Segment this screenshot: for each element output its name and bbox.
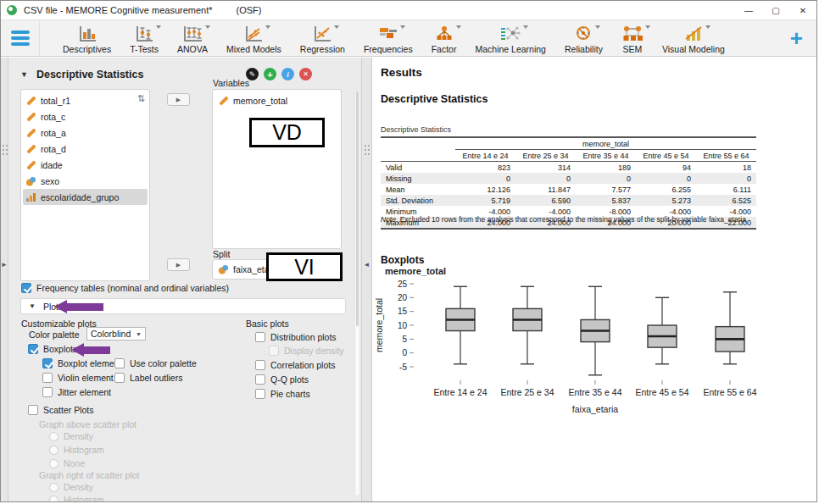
boxplot-chart: memore_totalmemore_total2520151050-5Entr… — [375, 264, 773, 421]
option-label: Histogram — [64, 445, 104, 455]
toolbar-module-sem[interactable]: SEM — [612, 22, 653, 55]
toolbar-module-factor[interactable]: Factor — [422, 22, 466, 55]
move-to-split-button[interactable]: ▶ — [167, 258, 190, 271]
scatter-group2-label: Graph right of scatter plot — [39, 470, 139, 480]
display-density-option: Display density — [269, 346, 344, 356]
svg-text:5: 5 — [402, 335, 407, 344]
menu-caret-icon — [645, 25, 650, 29]
checkbox-icon[interactable] — [255, 389, 265, 399]
variable-item[interactable]: rota_d — [23, 141, 148, 157]
collapse-analysis-icon[interactable]: ▼ — [20, 70, 28, 79]
remove-analysis-icon[interactable]: ✕ — [299, 68, 312, 80]
move-to-variables-button[interactable]: ▶ — [167, 93, 190, 106]
toolbar-module-descriptives[interactable]: Descriptives — [53, 22, 120, 55]
annotation-vi: VI — [266, 252, 343, 281]
table-row: Std. Deviation 5.719 6.590 5.837 5.273 6… — [381, 195, 756, 206]
svg-text:15: 15 — [398, 307, 408, 316]
frequencies-icon — [378, 25, 398, 43]
factor-icon — [434, 25, 454, 43]
toolbar-module-t-tests[interactable]: T-Tests — [120, 22, 168, 55]
variable-name: rota_d — [41, 144, 66, 154]
svg-text:Entre 14 e 24: Entre 14 e 24 — [433, 387, 487, 397]
variables-box-label: Variables — [213, 78, 249, 88]
checkbox-icon[interactable] — [28, 405, 38, 415]
color-palette-dropdown[interactable]: Colorblind ▼ — [86, 327, 146, 341]
qq-plots-option[interactable]: Q-Q plots — [255, 374, 309, 385]
label-outliers-option[interactable]: Label outliers — [114, 373, 182, 383]
sort-variables-icon[interactable]: ⇅ — [137, 93, 145, 104]
variable-item[interactable]: total_r1 — [23, 92, 148, 108]
window-title: CSV file - MEMORE Cognitive measurement* — [24, 5, 213, 15]
results-splitter[interactable]: ◄ — [362, 58, 372, 501]
checkbox-checked-icon[interactable] — [21, 283, 31, 293]
checkbox-icon[interactable] — [255, 332, 265, 342]
violin-element-option[interactable]: Violin element — [42, 373, 114, 383]
menu-caret-icon — [523, 25, 528, 29]
toolbar-module-machine-learning[interactable]: Machine Learning — [465, 22, 554, 55]
data-panel-splitter[interactable]: ► — [1, 58, 8, 501]
title-bar: CSV file - MEMORE Cognitive measurement*… — [1, 1, 816, 19]
scatter-density-option: Density — [49, 431, 93, 441]
scale-icon — [25, 159, 36, 170]
module-label: ANOVA — [177, 44, 208, 54]
pie-charts-option[interactable]: Pie charts — [255, 389, 310, 399]
option-label: Q-Q plots — [270, 374, 309, 385]
analysis-panel: ▼ Descriptive Statistics ✎ + i ✕ ⇅ total… — [8, 58, 362, 501]
scatter-plots-option[interactable]: Scatter Plots — [28, 405, 94, 415]
variable-name: sexo — [41, 176, 59, 186]
hamburger-menu-icon[interactable] — [1, 20, 40, 56]
jitter-element-option[interactable]: Jitter element — [42, 387, 111, 397]
analysis-scrollbar[interactable] — [354, 89, 360, 496]
use-color-palette-option[interactable]: Use color palette — [114, 358, 197, 368]
checkbox-icon[interactable] — [255, 360, 265, 370]
boxplots-option[interactable]: Boxplots — [28, 344, 77, 354]
option-label: Display density — [284, 346, 344, 356]
option-label: Boxplot element — [58, 358, 121, 368]
checkbox-icon[interactable] — [42, 387, 53, 397]
boxplot-element-option[interactable]: Boxplot element — [42, 358, 121, 368]
table-row: Mean 12.126 11.847 7.577 6.255 6.111 — [381, 184, 756, 195]
variable-item[interactable]: sexo — [23, 173, 148, 189]
menu-caret-icon — [400, 25, 405, 29]
help-icon[interactable]: i — [281, 68, 294, 80]
available-variables-list: ⇅ total_r1 rota_c rota_a rota_d — [20, 89, 150, 281]
toolbar-module-anova[interactable]: ANOVA — [168, 22, 217, 55]
checkbox-checked-icon[interactable] — [28, 344, 38, 354]
frequency-tables-option[interactable]: Frequency tables (nominal and ordinal va… — [21, 283, 229, 293]
distribution-plots-option[interactable]: Distribution plots — [255, 332, 337, 342]
toolbar-module-regression[interactable]: Regression — [291, 22, 354, 55]
variable-item-selected[interactable]: escolaridade_grupo — [23, 189, 148, 205]
toolbar-module-mixed-models[interactable]: Mixed Models — [217, 22, 291, 55]
results-panel: Results Descriptive Statistics Descripti… — [372, 58, 816, 501]
scatter-right-density-option: Density — [49, 482, 93, 492]
variable-item[interactable]: rota_c — [23, 108, 148, 125]
toolbar-module-reliability[interactable]: Reliability — [555, 22, 612, 55]
customizable-plots-title: Customizable plots — [21, 318, 97, 329]
minimize-button[interactable]: — — [735, 1, 762, 19]
module-label: Regression — [300, 44, 345, 54]
variable-item[interactable]: idade — [23, 157, 148, 173]
checkbox-icon[interactable] — [114, 358, 125, 368]
nominal-icon — [25, 176, 36, 186]
reliability-icon — [573, 25, 593, 43]
variables-drop-zone[interactable]: memore_total — [212, 89, 342, 249]
collapse-options-icon[interactable]: ◄ — [362, 261, 371, 269]
variable-item[interactable]: memore_total — [215, 92, 338, 108]
add-analysis-button[interactable]: + — [790, 30, 803, 47]
checkbox-icon[interactable] — [114, 373, 125, 383]
expand-data-panel-icon[interactable]: ► — [1, 261, 8, 269]
option-label: Jitter element — [58, 387, 111, 397]
checkbox-icon[interactable] — [255, 374, 265, 385]
close-button[interactable]: ✕ — [789, 1, 816, 19]
collapse-plots-icon[interactable]: ▼ — [29, 302, 36, 310]
correlation-plots-option[interactable]: Correlation plots — [255, 360, 335, 370]
duplicate-analysis-icon[interactable]: + — [264, 68, 276, 80]
split-box-label: Split — [213, 249, 230, 259]
toolbar-module-visual-modeling[interactable]: Visual Modeling — [653, 22, 734, 55]
checkbox-icon[interactable] — [42, 373, 53, 383]
variable-item[interactable]: rota_a — [23, 125, 148, 141]
results-section-title: Descriptive Statistics — [381, 93, 488, 105]
maximize-button[interactable]: ▢ — [762, 1, 789, 19]
checkbox-checked-icon[interactable] — [42, 358, 53, 368]
toolbar-module-frequencies[interactable]: Frequencies — [354, 22, 422, 55]
